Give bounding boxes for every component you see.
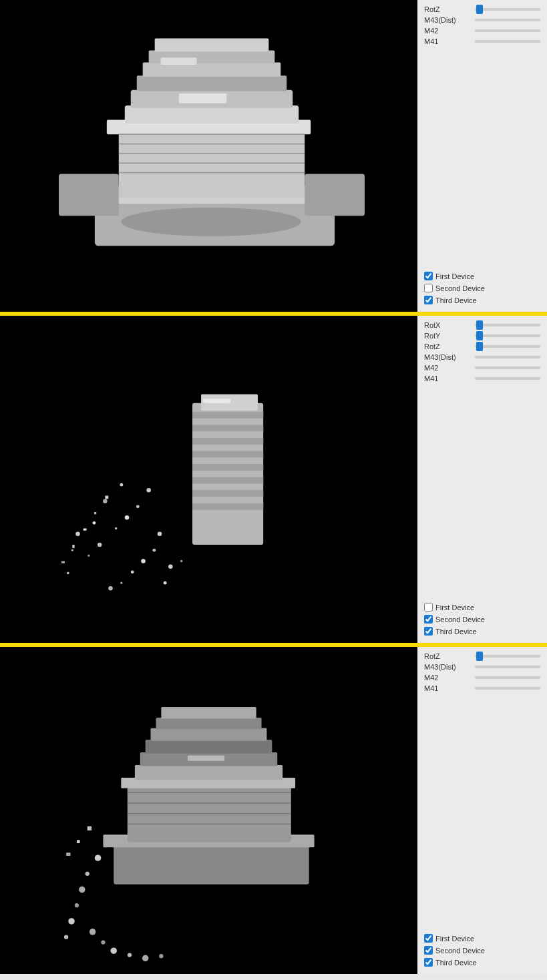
svg-point-35 — [120, 483, 123, 487]
svg-rect-52 — [83, 529, 87, 531]
m43dist3-label: M43(Dist) — [424, 663, 472, 671]
svg-point-41 — [158, 531, 162, 536]
p3-device-1-row: First Device — [424, 934, 540, 943]
svg-point-78 — [159, 954, 163, 958]
m42-3-label: M42 — [424, 674, 472, 682]
svg-rect-56 — [203, 399, 230, 403]
m43dist-control: M43(Dist) — [424, 16, 540, 24]
p2-device-3-label: Third Device — [435, 628, 477, 636]
m41-3-slider[interactable] — [475, 687, 540, 690]
p3-device-2-row: Second Device — [424, 946, 540, 955]
rotz3-slider[interactable] — [475, 655, 540, 658]
m42-control: M42 — [424, 27, 540, 35]
rotz3-control: RotZ — [424, 652, 540, 660]
rotz-thumb — [476, 5, 483, 14]
m42-2-slider[interactable] — [475, 366, 540, 369]
rotz-slider[interactable] — [475, 8, 540, 11]
svg-point-48 — [164, 581, 167, 585]
svg-rect-51 — [94, 512, 96, 514]
roty-thumb — [476, 331, 483, 340]
svg-rect-17 — [179, 93, 227, 103]
rotz-label: RotZ — [424, 5, 472, 13]
panel-2-model — [0, 316, 417, 643]
svg-rect-10 — [59, 174, 119, 216]
svg-rect-6 — [137, 75, 287, 91]
m42-3-slider[interactable] — [475, 676, 540, 679]
m41-control: M41 — [424, 37, 540, 45]
m42-label: M42 — [424, 27, 472, 35]
svg-rect-25 — [192, 451, 263, 458]
panel-3-viewport — [0, 647, 417, 974]
svg-rect-79 — [87, 826, 92, 830]
svg-point-39 — [93, 521, 96, 525]
m43dist2-label: M43(Dist) — [424, 353, 472, 361]
p3-device-2-checkbox[interactable] — [424, 946, 433, 955]
svg-rect-2 — [119, 126, 305, 198]
svg-rect-80 — [77, 840, 80, 843]
device-2-checkbox[interactable] — [424, 284, 433, 292]
p2-device-3-checkbox[interactable] — [424, 627, 433, 636]
device-3-label: Third Device — [435, 296, 477, 304]
panel-2: RotX RotY RotZ M43(Dist) M42 — [0, 314, 547, 645]
svg-rect-66 — [161, 707, 256, 718]
m43dist2-slider[interactable] — [475, 356, 540, 358]
svg-point-32 — [125, 515, 130, 520]
svg-rect-55 — [67, 572, 69, 574]
device-2-label: Second Device — [435, 284, 485, 292]
svg-point-77 — [142, 955, 148, 961]
roty-control: RotY — [424, 332, 540, 340]
rotz2-control: RotZ — [424, 342, 540, 350]
m41-3-control: M41 — [424, 684, 540, 692]
p2-device-1-checkbox[interactable] — [424, 603, 433, 611]
svg-rect-22 — [192, 412, 263, 419]
svg-rect-50 — [105, 496, 108, 499]
svg-point-46 — [108, 586, 113, 591]
svg-rect-28 — [192, 490, 263, 497]
svg-point-45 — [120, 582, 122, 584]
svg-rect-23 — [192, 425, 263, 431]
svg-point-38 — [75, 531, 80, 536]
rotx-slider[interactable] — [475, 324, 540, 326]
device-2-row: Second Device — [424, 284, 540, 292]
svg-point-30 — [146, 488, 151, 493]
svg-rect-53 — [72, 545, 74, 548]
svg-point-19 — [121, 208, 301, 236]
svg-rect-57 — [114, 842, 309, 884]
p2-device-2-checkbox[interactable] — [424, 615, 433, 624]
m43dist3-slider[interactable] — [475, 666, 540, 668]
p2-device-2-label: Second Device — [435, 616, 485, 624]
roty-slider[interactable] — [475, 334, 540, 337]
svg-rect-81 — [66, 852, 70, 856]
m42-3-control: M42 — [424, 674, 540, 682]
panel-3: RotZ M43(Dist) M42 M41 First Device — [0, 645, 547, 974]
m42-slider[interactable] — [475, 29, 540, 32]
rotz2-slider[interactable] — [475, 345, 540, 348]
p3-device-2-label: Second Device — [435, 947, 485, 955]
m41-3-label: M41 — [424, 684, 472, 692]
m41-2-slider[interactable] — [475, 377, 540, 380]
svg-rect-24 — [192, 438, 263, 445]
p2-device-2-row: Second Device — [424, 615, 540, 624]
svg-rect-9 — [155, 38, 269, 51]
p3-device-3-checkbox[interactable] — [424, 958, 433, 967]
svg-point-67 — [95, 854, 101, 861]
m43dist2-control: M43(Dist) — [424, 353, 540, 361]
device-1-checkbox[interactable] — [424, 272, 433, 280]
svg-rect-86 — [188, 756, 224, 761]
rotz3-thumb — [476, 652, 483, 661]
svg-point-37 — [87, 555, 89, 557]
m43dist-slider[interactable] — [475, 19, 540, 21]
svg-point-68 — [85, 872, 89, 876]
svg-point-72 — [64, 935, 68, 939]
m41-slider[interactable] — [475, 40, 540, 43]
roty-label: RotY — [424, 332, 472, 340]
p2-device-1-row: First Device — [424, 603, 540, 611]
device-3-checkbox[interactable] — [424, 296, 433, 304]
svg-point-47 — [168, 564, 173, 569]
svg-rect-54 — [61, 561, 65, 563]
svg-point-73 — [89, 929, 96, 935]
p2-device-1-label: First Device — [435, 603, 474, 611]
rotx-label: RotX — [424, 321, 472, 329]
p3-device-1-checkbox[interactable] — [424, 934, 433, 943]
panel-1-viewport — [0, 0, 417, 312]
